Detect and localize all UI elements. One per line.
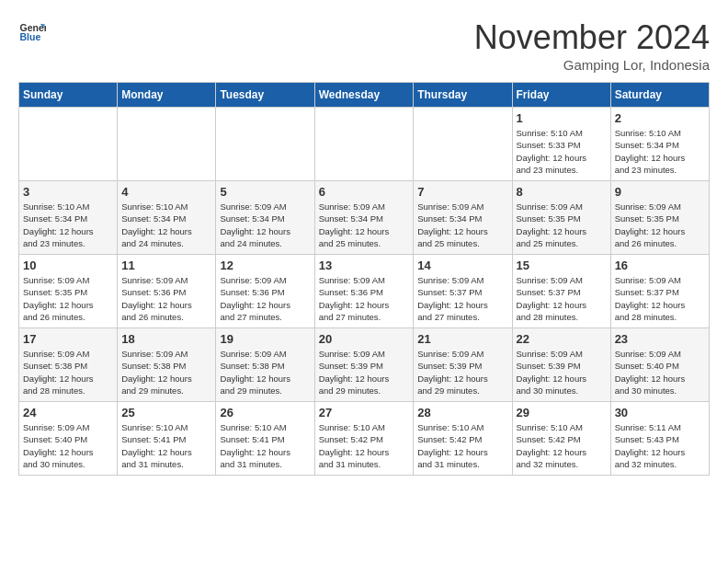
day-number: 10 <box>23 259 113 272</box>
calendar-cell: 14Sunrise: 5:09 AM Sunset: 5:37 PM Dayli… <box>414 255 512 328</box>
calendar-cell: 24Sunrise: 5:09 AM Sunset: 5:40 PM Dayli… <box>19 402 118 476</box>
day-number: 7 <box>417 185 507 199</box>
day-number: 3 <box>23 185 113 199</box>
calendar-cell: 12Sunrise: 5:09 AM Sunset: 5:36 PM Dayli… <box>216 255 314 328</box>
day-number: 27 <box>319 406 410 419</box>
location: Gamping Lor, Indonesia <box>474 57 710 73</box>
day-info: Sunrise: 5:09 AM Sunset: 5:37 PM Dayligh… <box>417 274 507 323</box>
calendar-cell: 20Sunrise: 5:09 AM Sunset: 5:39 PM Dayli… <box>314 328 414 402</box>
day-number: 5 <box>220 185 310 199</box>
day-number: 24 <box>23 406 113 419</box>
day-number: 20 <box>319 332 410 346</box>
month-title: November 2024 <box>474 18 710 57</box>
calendar-cell: 25Sunrise: 5:10 AM Sunset: 5:41 PM Dayli… <box>118 402 216 476</box>
calendar-cell: 23Sunrise: 5:09 AM Sunset: 5:40 PM Dayli… <box>610 328 709 402</box>
calendar-cell: 30Sunrise: 5:11 AM Sunset: 5:43 PM Dayli… <box>610 402 709 476</box>
day-info: Sunrise: 5:09 AM Sunset: 5:34 PM Dayligh… <box>319 201 410 249</box>
calendar-cell: 11Sunrise: 5:09 AM Sunset: 5:36 PM Dayli… <box>118 255 216 328</box>
calendar-cell: 27Sunrise: 5:10 AM Sunset: 5:42 PM Dayli… <box>314 402 414 476</box>
calendar-cell: 29Sunrise: 5:10 AM Sunset: 5:42 PM Dayli… <box>512 402 610 476</box>
calendar-cell: 15Sunrise: 5:09 AM Sunset: 5:37 PM Dayli… <box>512 255 610 328</box>
day-number: 14 <box>417 259 507 272</box>
day-number: 17 <box>23 332 113 346</box>
calendar-cell <box>216 108 314 181</box>
calendar-week-row: 24Sunrise: 5:09 AM Sunset: 5:40 PM Dayli… <box>19 402 710 476</box>
day-number: 6 <box>319 185 410 199</box>
logo-icon: General Blue <box>18 18 46 46</box>
day-info: Sunrise: 5:10 AM Sunset: 5:41 PM Dayligh… <box>121 421 211 470</box>
calendar-cell: 21Sunrise: 5:09 AM Sunset: 5:39 PM Dayli… <box>414 328 512 402</box>
day-info: Sunrise: 5:09 AM Sunset: 5:35 PM Dayligh… <box>615 201 705 249</box>
day-info: Sunrise: 5:09 AM Sunset: 5:40 PM Dayligh… <box>615 348 705 396</box>
day-info: Sunrise: 5:10 AM Sunset: 5:34 PM Dayligh… <box>121 201 211 249</box>
day-info: Sunrise: 5:10 AM Sunset: 5:42 PM Dayligh… <box>417 421 507 470</box>
calendar-cell <box>414 108 512 181</box>
page-header: General Blue November 2024 Gamping Lor, … <box>18 18 710 73</box>
day-number: 12 <box>220 259 310 272</box>
day-number: 16 <box>615 259 705 272</box>
day-number: 19 <box>220 332 310 346</box>
day-info: Sunrise: 5:09 AM Sunset: 5:37 PM Dayligh… <box>615 274 705 323</box>
calendar-cell: 9Sunrise: 5:09 AM Sunset: 5:35 PM Daylig… <box>610 181 709 255</box>
day-info: Sunrise: 5:09 AM Sunset: 5:37 PM Dayligh… <box>517 274 607 323</box>
day-number: 8 <box>517 185 607 199</box>
calendar-cell <box>19 108 118 181</box>
calendar-cell <box>118 108 216 181</box>
day-info: Sunrise: 5:09 AM Sunset: 5:38 PM Dayligh… <box>121 348 211 396</box>
calendar-cell: 1Sunrise: 5:10 AM Sunset: 5:33 PM Daylig… <box>512 108 610 181</box>
calendar-week-row: 1Sunrise: 5:10 AM Sunset: 5:33 PM Daylig… <box>19 108 710 181</box>
calendar-cell: 28Sunrise: 5:10 AM Sunset: 5:42 PM Dayli… <box>414 402 512 476</box>
day-info: Sunrise: 5:09 AM Sunset: 5:35 PM Dayligh… <box>517 201 607 249</box>
title-section: November 2024 Gamping Lor, Indonesia <box>474 18 710 73</box>
day-number: 29 <box>517 406 607 419</box>
calendar-week-row: 17Sunrise: 5:09 AM Sunset: 5:38 PM Dayli… <box>19 328 710 402</box>
day-number: 11 <box>121 259 211 272</box>
day-info: Sunrise: 5:09 AM Sunset: 5:36 PM Dayligh… <box>121 274 211 323</box>
day-info: Sunrise: 5:10 AM Sunset: 5:34 PM Dayligh… <box>23 201 113 249</box>
day-info: Sunrise: 5:10 AM Sunset: 5:42 PM Dayligh… <box>319 421 410 470</box>
day-info: Sunrise: 5:09 AM Sunset: 5:36 PM Dayligh… <box>220 274 310 323</box>
day-info: Sunrise: 5:09 AM Sunset: 5:39 PM Dayligh… <box>517 348 607 396</box>
day-info: Sunrise: 5:09 AM Sunset: 5:36 PM Dayligh… <box>319 274 410 323</box>
weekday-header: Sunday <box>19 83 118 108</box>
day-info: Sunrise: 5:09 AM Sunset: 5:34 PM Dayligh… <box>220 201 310 249</box>
day-number: 15 <box>517 259 607 272</box>
calendar-cell: 5Sunrise: 5:09 AM Sunset: 5:34 PM Daylig… <box>216 181 314 255</box>
calendar-cell: 4Sunrise: 5:10 AM Sunset: 5:34 PM Daylig… <box>118 181 216 255</box>
day-number: 25 <box>121 406 211 419</box>
calendar-cell: 8Sunrise: 5:09 AM Sunset: 5:35 PM Daylig… <box>512 181 610 255</box>
calendar-cell: 2Sunrise: 5:10 AM Sunset: 5:34 PM Daylig… <box>610 108 709 181</box>
weekday-header: Saturday <box>610 83 709 108</box>
calendar-cell: 10Sunrise: 5:09 AM Sunset: 5:35 PM Dayli… <box>19 255 118 328</box>
logo: General Blue <box>18 18 46 46</box>
day-number: 30 <box>615 406 705 419</box>
calendar-cell: 18Sunrise: 5:09 AM Sunset: 5:38 PM Dayli… <box>118 328 216 402</box>
day-number: 28 <box>417 406 507 419</box>
calendar-cell: 6Sunrise: 5:09 AM Sunset: 5:34 PM Daylig… <box>314 181 414 255</box>
day-info: Sunrise: 5:10 AM Sunset: 5:42 PM Dayligh… <box>517 421 607 470</box>
calendar-header-row: SundayMondayTuesdayWednesdayThursdayFrid… <box>19 83 710 108</box>
day-info: Sunrise: 5:09 AM Sunset: 5:34 PM Dayligh… <box>417 201 507 249</box>
calendar-cell: 13Sunrise: 5:09 AM Sunset: 5:36 PM Dayli… <box>314 255 414 328</box>
day-info: Sunrise: 5:10 AM Sunset: 5:34 PM Dayligh… <box>615 127 705 176</box>
day-number: 13 <box>319 259 410 272</box>
day-number: 1 <box>517 111 607 125</box>
svg-text:Blue: Blue <box>20 31 41 42</box>
calendar-cell: 7Sunrise: 5:09 AM Sunset: 5:34 PM Daylig… <box>414 181 512 255</box>
weekday-header: Thursday <box>414 83 512 108</box>
calendar-cell: 19Sunrise: 5:09 AM Sunset: 5:38 PM Dayli… <box>216 328 314 402</box>
calendar-cell: 16Sunrise: 5:09 AM Sunset: 5:37 PM Dayli… <box>610 255 709 328</box>
day-info: Sunrise: 5:10 AM Sunset: 5:41 PM Dayligh… <box>220 421 310 470</box>
weekday-header: Monday <box>118 83 216 108</box>
day-info: Sunrise: 5:09 AM Sunset: 5:35 PM Dayligh… <box>23 274 113 323</box>
day-number: 22 <box>517 332 607 346</box>
calendar-table: SundayMondayTuesdayWednesdayThursdayFrid… <box>18 82 710 476</box>
calendar-cell: 26Sunrise: 5:10 AM Sunset: 5:41 PM Dayli… <box>216 402 314 476</box>
day-number: 21 <box>417 332 507 346</box>
day-info: Sunrise: 5:09 AM Sunset: 5:40 PM Dayligh… <box>23 421 113 470</box>
calendar-cell: 17Sunrise: 5:09 AM Sunset: 5:38 PM Dayli… <box>19 328 118 402</box>
calendar-week-row: 10Sunrise: 5:09 AM Sunset: 5:35 PM Dayli… <box>19 255 710 328</box>
calendar-cell: 3Sunrise: 5:10 AM Sunset: 5:34 PM Daylig… <box>19 181 118 255</box>
weekday-header: Tuesday <box>216 83 314 108</box>
calendar-cell <box>314 108 414 181</box>
